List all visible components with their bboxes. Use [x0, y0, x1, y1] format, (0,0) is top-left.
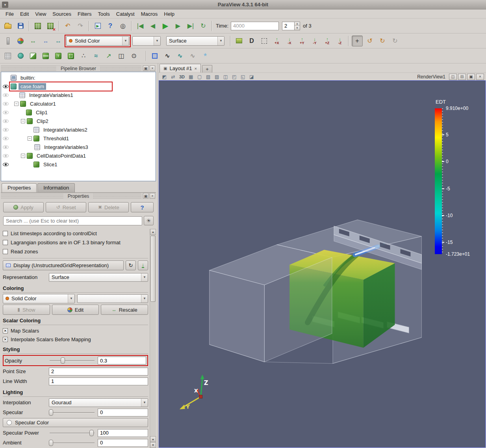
checkbox-checked[interactable]: ✕ [3, 337, 8, 342]
frame-input[interactable] [282, 22, 295, 30]
tree-collapse-icon[interactable]: − [21, 119, 25, 123]
visibility-eye-icon[interactable] [1, 102, 10, 106]
menu-file[interactable]: File [2, 10, 17, 18]
calculator-icon[interactable] [2, 50, 13, 61]
load-display-icon[interactable]: ↓ [138, 260, 148, 270]
menu-help[interactable]: Help [161, 10, 178, 18]
maximize-view-icon[interactable]: ▣ [467, 74, 475, 80]
auto-apply-icon[interactable]: ▶ [92, 20, 103, 32]
rotate-90-ccw-icon[interactable]: ↺ [364, 35, 375, 46]
properties-scrollbar[interactable]: ▲ ▲ ▼ [150, 229, 156, 448]
spin-up-icon[interactable]: ▲ [295, 22, 300, 26]
contour-icon[interactable] [15, 50, 26, 61]
pipeline-item-calculator1[interactable]: − Calculator1 [1, 99, 156, 108]
close-panel-icon[interactable]: × [150, 65, 155, 71]
undo-icon[interactable]: ↶ [62, 20, 73, 32]
apply-button[interactable]: Apply [3, 202, 44, 212]
menu-edit[interactable]: Edit [17, 10, 32, 18]
pipeline-browser-header[interactable]: Pipeline Browser ▣ × [1, 65, 156, 72]
copy-display-icon[interactable]: ↻ [126, 260, 136, 270]
lagrangian-checkbox-row[interactable]: Lagrangian positions are in OF 1.3 binar… [3, 238, 148, 247]
play-icon[interactable]: ▶ [160, 20, 171, 32]
visibility-eye-icon[interactable] [1, 128, 10, 132]
properties-header[interactable]: Properties ▣ × [1, 193, 156, 199]
representation-select[interactable]: Surface ▼ [49, 273, 148, 282]
chevron-down-icon[interactable]: ▼ [141, 399, 148, 407]
tree-collapse-icon[interactable]: − [14, 102, 19, 106]
chevron-down-icon[interactable]: ▼ [122, 37, 129, 45]
tree-collapse-icon[interactable]: − [28, 136, 32, 141]
line-width-input[interactable] [49, 377, 148, 385]
select-cells-on-icon[interactable]: ▦ [187, 73, 195, 80]
disconnect-icon[interactable] [45, 20, 56, 32]
rescale-to-custom-range-icon[interactable]: ↔ [40, 35, 51, 46]
help-button[interactable]: ? [131, 202, 154, 212]
threshold-icon[interactable]: T [53, 50, 64, 61]
search-input[interactable] [3, 216, 142, 225]
pick-center-icon[interactable]: ↻ [390, 35, 401, 46]
zoom-to-data-icon[interactable]: D [246, 35, 257, 46]
clip-icon[interactable] [28, 50, 39, 61]
last-frame-icon[interactable]: ▶| [185, 20, 196, 32]
menu-view[interactable]: View [32, 10, 49, 18]
connect-icon[interactable] [32, 20, 43, 32]
group-datasets-icon[interactable]: ◫ [116, 50, 127, 61]
split-horizontal-icon[interactable]: ◫ [449, 74, 457, 80]
chevron-down-icon[interactable]: ▼ [154, 37, 160, 45]
new-layout-tab[interactable]: + [202, 65, 212, 72]
visibility-eye-icon[interactable] [1, 137, 10, 140]
loop-icon[interactable]: ↻ [198, 20, 209, 32]
read-zones-checkbox-row[interactable]: Read zones [3, 247, 148, 256]
delete-button[interactable]: ✖Delete [88, 202, 129, 212]
select-points-through-icon[interactable]: ▨ [213, 73, 221, 80]
color-by-combobox[interactable]: Solid Color ▼ [66, 36, 129, 46]
float-panel-icon[interactable]: ▣ [143, 65, 148, 71]
interactive-select-points-icon[interactable]: ◱ [239, 73, 247, 80]
float-panel-icon[interactable]: ▣ [143, 193, 148, 199]
open-icon[interactable] [2, 20, 13, 32]
slider-thumb[interactable] [89, 430, 94, 436]
set-view-plus-y-icon[interactable]: ↑+Y [297, 35, 308, 46]
scroll-down-icon[interactable]: ▼ [150, 442, 156, 448]
reset-camera-icon[interactable] [234, 35, 245, 46]
view-mode-label[interactable]: 3D [178, 74, 186, 79]
visibility-eye-icon[interactable] [1, 93, 10, 97]
plot-selection-over-time-icon[interactable]: ∿ [187, 50, 198, 61]
color-legend[interactable]: EDT 9.910e+00 5 0 -5 -10 -15 -1.723e+01 [435, 99, 484, 260]
edit-color-map-icon[interactable] [15, 35, 26, 46]
gear-icon[interactable]: ☀ [144, 216, 154, 225]
specular-power-input[interactable] [98, 429, 148, 437]
pipeline-item-case-foam[interactable]: case.foam [1, 82, 156, 91]
chevron-down-icon[interactable]: ▼ [141, 295, 148, 303]
scroll-up-icon[interactable]: ▲ [150, 229, 156, 235]
close-panel-icon[interactable]: × [150, 193, 155, 199]
tree-collapse-icon[interactable]: − [21, 154, 25, 158]
coloring-array-select[interactable]: Solid Color ▼ [3, 294, 75, 303]
pipeline-item-clip1[interactable]: Clip1 [1, 108, 156, 117]
ambient-slider[interactable] [49, 439, 95, 447]
specular-slider[interactable] [49, 409, 95, 416]
select-block-icon[interactable]: ◫ [222, 73, 229, 80]
interactive-select-cells-icon[interactable]: ◰ [230, 73, 238, 80]
point-size-input[interactable] [49, 368, 148, 376]
interpolate-scalars-row[interactable]: ✕ Interpolate Scalars Before Mapping [3, 335, 148, 344]
ambient-input[interactable] [98, 439, 148, 447]
time-input[interactable] [231, 22, 279, 30]
pipeline-item-integratevariables3[interactable]: IntegrateVariables3 [1, 143, 156, 151]
select-points-on-icon[interactable]: ▢ [196, 73, 203, 80]
show-orientation-axes-icon[interactable]: + [352, 35, 363, 46]
save-data-icon[interactable] [15, 20, 26, 32]
slider-thumb[interactable] [61, 357, 65, 364]
representation-combobox[interactable]: Surface ▼ [166, 36, 224, 46]
render-view[interactable]: Z X Y EDT 9.910e+00 5 [159, 80, 486, 448]
menu-macros[interactable]: Macros [138, 10, 161, 18]
pipeline-item-integratevariables2[interactable]: IntegrateVariables2 [1, 125, 156, 134]
frame-spinner[interactable]: ▲ ▼ [282, 22, 300, 30]
checkbox-unchecked[interactable] [3, 249, 8, 254]
visibility-eye-icon[interactable] [1, 119, 10, 123]
set-view-plus-x-icon[interactable]: ↑+X [271, 35, 282, 46]
set-view-minus-x-icon[interactable]: ↓-X [284, 35, 295, 46]
reset-button[interactable]: ↺Reset [46, 202, 86, 212]
tab-information[interactable]: Information [37, 183, 75, 192]
chevron-down-icon[interactable]: ▼ [217, 37, 224, 45]
